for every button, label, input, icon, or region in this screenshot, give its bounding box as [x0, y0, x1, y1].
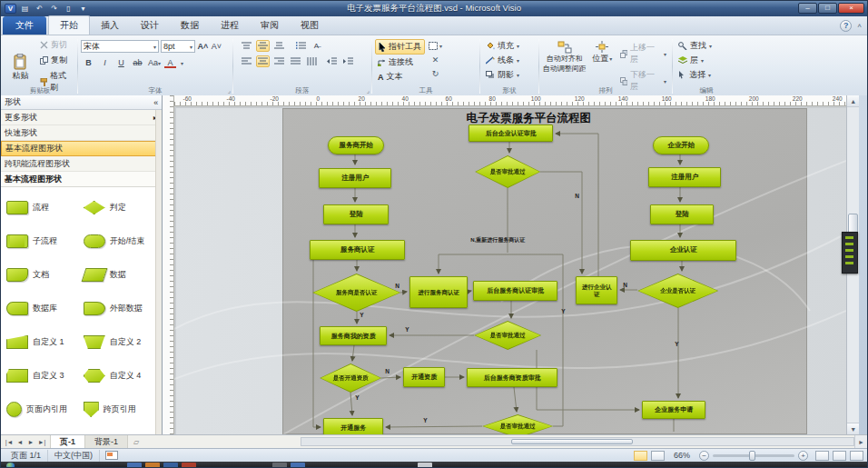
maximize-button[interactable]: □: [818, 3, 837, 14]
layers-button[interactable]: 层▾: [676, 54, 737, 67]
font-color-icon[interactable]: A: [164, 58, 176, 68]
columns-icon[interactable]: [305, 55, 319, 67]
zoom-level[interactable]: 66%: [668, 451, 695, 460]
bring-forward-button[interactable]: 上移一层▾: [617, 41, 669, 66]
line-button[interactable]: 线条▾: [483, 54, 536, 67]
page-indicator[interactable]: 页面 1/1: [5, 450, 48, 462]
tab-view[interactable]: 视图: [290, 16, 330, 35]
shadow-button[interactable]: 阴影▾: [483, 68, 536, 82]
align-top-icon[interactable]: [240, 40, 253, 52]
flow-node-sp-do-auth[interactable]: 进行服务商认证: [409, 276, 468, 308]
first-page-icon[interactable]: |◄: [5, 439, 14, 445]
pan-zoom-window-icon[interactable]: [833, 451, 846, 461]
stencil-shape-database[interactable]: 数据库: [6, 292, 84, 325]
page-tab-background[interactable]: 背景-1: [85, 435, 128, 448]
stencil-shape-process[interactable]: 流程: [6, 191, 84, 224]
justify-icon[interactable]: [289, 55, 302, 67]
minimize-button[interactable]: –: [798, 3, 817, 14]
rectangle-tool-icon[interactable]: ▾: [429, 40, 442, 52]
flow-node-ent-do-auth[interactable]: 进行企业认证: [576, 276, 617, 304]
underline-icon[interactable]: U: [115, 57, 127, 68]
stencil-shape-custom2[interactable]: 自定义 2: [84, 325, 161, 359]
shapes-panel-scrollbar[interactable]: [155, 110, 162, 434]
flow-node-ent-login[interactable]: 登陆: [650, 204, 714, 224]
switch-windows-icon[interactable]: [850, 451, 863, 461]
stencil-cross-functional[interactable]: 跨职能流程图形状: [1, 156, 162, 172]
more-shapes-item[interactable]: 更多形状►: [1, 110, 162, 125]
font-size-combo[interactable]: 8pt▾: [161, 40, 195, 53]
fullscreen-view-icon[interactable]: [651, 451, 665, 461]
scroll-up-icon[interactable]: ▲: [847, 95, 859, 107]
stencil-shape-document[interactable]: 文档: [6, 258, 84, 292]
horizontal-scrollbar[interactable]: [301, 437, 854, 446]
flow-node-ent-start[interactable]: 企业开始: [653, 136, 709, 154]
tab-home[interactable]: 开始: [48, 15, 90, 35]
taskbar-app-icon[interactable]: [163, 463, 178, 468]
stencil-shape-offpage-ref[interactable]: 跨页引用: [84, 393, 161, 426]
flow-node-ent-auth[interactable]: 企业认证: [630, 240, 736, 261]
rotate-tool-icon[interactable]: ↻: [429, 67, 442, 79]
close-button[interactable]: ×: [838, 3, 864, 14]
taskbar-app-icon[interactable]: [291, 463, 305, 468]
next-page-icon[interactable]: ►: [26, 439, 35, 445]
zoom-slider[interactable]: [713, 454, 794, 457]
grow-font-icon[interactable]: A˄: [197, 41, 209, 52]
flow-node-sp-backend-auth[interactable]: 后台服务商认证审批: [473, 281, 557, 301]
tab-process[interactable]: 进程: [210, 16, 250, 35]
text-rotate-icon[interactable]: A̶: [311, 41, 322, 52]
vertical-scrollbar[interactable]: ▲ ▼: [846, 95, 859, 434]
stencil-shape-subprocess[interactable]: 子流程: [6, 224, 84, 258]
macro-record-icon[interactable]: [105, 451, 118, 460]
taskbar-app-icon[interactable]: [182, 463, 196, 468]
flow-node-sp-qualification[interactable]: 服务商我的资质: [320, 326, 387, 345]
paste-button[interactable]: 粘贴: [5, 52, 35, 82]
taskbar-app-icon[interactable]: [418, 463, 432, 468]
pan-zoom-thumbnail[interactable]: [842, 232, 858, 274]
windows-taskbar[interactable]: [1, 462, 867, 468]
page-tab-1[interactable]: 页-1: [51, 435, 85, 448]
taskbar-app-icon[interactable]: [272, 463, 287, 468]
strikethrough-icon[interactable]: ab: [132, 57, 143, 68]
stencil-basic-flowchart[interactable]: 基本流程图形状: [1, 141, 162, 156]
scroll-down-icon[interactable]: ▼: [847, 423, 859, 434]
stencil-shape-custom1[interactable]: 自定义 1: [6, 325, 84, 359]
bullets-icon[interactable]: [294, 40, 308, 52]
zoom-slider-thumb[interactable]: [749, 451, 755, 461]
zoom-in-icon[interactable]: +: [798, 451, 808, 461]
tab-insert[interactable]: 插入: [90, 16, 130, 35]
zoom-out-icon[interactable]: −: [699, 451, 709, 461]
change-case-icon[interactable]: Aa▾: [148, 57, 160, 68]
increase-indent-icon[interactable]: [341, 55, 355, 67]
fill-button[interactable]: 填充▾: [483, 39, 536, 53]
flow-node-ent-register[interactable]: 注册用户: [648, 167, 721, 187]
flow-node-ent-backend-auth[interactable]: 后台企业认证审批: [469, 124, 553, 142]
copy-button[interactable]: 复制: [37, 54, 74, 67]
stencil-shape-custom3[interactable]: 自定义 3: [6, 359, 84, 393]
decrease-indent-icon[interactable]: [325, 55, 339, 67]
tab-design[interactable]: 设计: [130, 16, 170, 35]
help-icon[interactable]: ?: [840, 20, 852, 32]
stencil-shape-startend[interactable]: 开始/结束: [84, 224, 161, 258]
drawing-canvas[interactable]: 电子发票服务平台流程图 服务商开始 注册用户 登陆 服务商认证 服务商是否认证 …: [174, 106, 846, 434]
align-middle-icon[interactable]: [256, 40, 270, 52]
align-bottom-icon[interactable]: [272, 40, 286, 52]
horizontal-scroll-thumb[interactable]: [511, 439, 633, 444]
tab-review[interactable]: 审阅: [250, 16, 290, 35]
stencil-shape-external-data[interactable]: 外部数据: [84, 292, 161, 325]
italic-icon[interactable]: I: [99, 57, 111, 68]
quick-shapes-item[interactable]: 快速形状: [1, 125, 162, 141]
flow-node-sp-backend-qualification[interactable]: 后台服务商资质审批: [467, 368, 557, 387]
align-right-icon[interactable]: [272, 55, 286, 67]
stencil-shape-custom4[interactable]: 自定义 4: [84, 359, 161, 393]
scroll-right-icon[interactable]: ►: [854, 435, 867, 448]
flow-node-ent-service-apply[interactable]: 企业服务申请: [642, 401, 705, 419]
tab-data[interactable]: 数据: [170, 16, 210, 35]
flow-node-sp-auth[interactable]: 服务商认证: [310, 240, 405, 260]
font-family-combo[interactable]: 宋体▾: [81, 40, 159, 53]
stencil-shape-data[interactable]: 数据: [84, 258, 161, 292]
tab-file[interactable]: 文件: [3, 16, 46, 35]
taskbar-app-icon[interactable]: [127, 463, 142, 468]
find-button[interactable]: 查找▾: [676, 39, 737, 53]
paragraph-dialog-launcher[interactable]: ⌟: [367, 87, 370, 95]
stencil-shape-decision[interactable]: 判定: [84, 191, 161, 224]
